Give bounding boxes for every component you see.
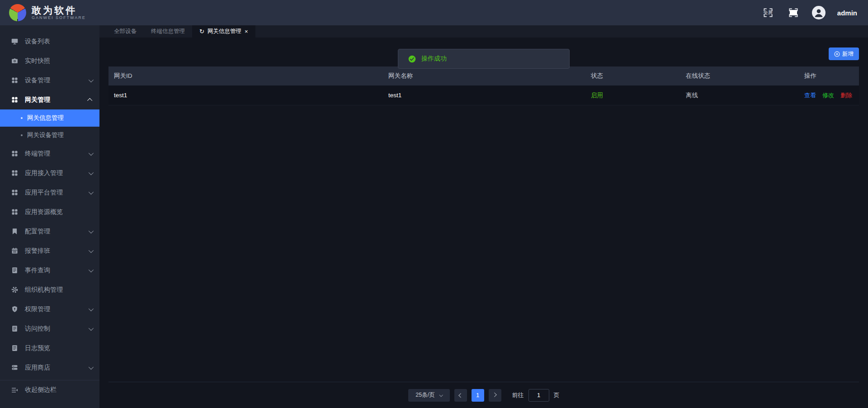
tab-label: 全部设备 [114, 28, 137, 35]
chevron-down-icon [89, 306, 94, 311]
toast-message: 操作成功 [421, 55, 447, 63]
bullet-icon [21, 134, 23, 136]
fullscreen-label: 全屏 [761, 6, 775, 19]
chevron-down-icon [439, 393, 443, 397]
chevron-down-icon [89, 228, 94, 233]
column-header: 操作 [799, 72, 859, 80]
add-button[interactable]: 新增 [829, 47, 859, 60]
page-size-label: 25条/页 [415, 391, 434, 399]
chevron-down-icon [89, 247, 94, 252]
sidebar-item-12[interactable]: 组织机构管理 [0, 280, 99, 299]
sidebar-item-label: 配置管理 [25, 228, 89, 236]
close-icon[interactable]: × [245, 28, 248, 34]
add-button-label: 新增 [842, 50, 854, 58]
sidebar-item-14[interactable]: 访问控制 [0, 319, 99, 338]
sidebar-item-label: 权限管理 [25, 305, 89, 313]
column-header: 网关ID [108, 72, 383, 80]
column-header: 在线状态 [680, 72, 799, 80]
chevron-down-icon [89, 77, 94, 82]
exit-fullscreen-button[interactable] [787, 6, 800, 19]
circle-plus-icon [834, 51, 840, 57]
sidebar-item-label: 实时快照 [25, 57, 92, 65]
collapse-label: 收起侧边栏 [25, 386, 92, 394]
sidebar-item-2[interactable]: 实时快照 [0, 51, 99, 71]
tab-bar: 全部设备终端信息管理↻网关信息管理× [99, 25, 868, 38]
logo: 敢为软件 GANWEI SOFTWARE [9, 4, 86, 21]
goto-page-input[interactable] [528, 389, 549, 402]
success-toast: 操作成功 [398, 49, 570, 69]
sidebar-item-10[interactable]: 报警排班 [0, 241, 99, 261]
username[interactable]: admin [837, 9, 857, 17]
sidebar-item-7[interactable]: 应用平台管理 [0, 183, 99, 202]
gateway-table: 网关ID网关名称状态在线状态操作 test1test1启用离线查看修改删除 [108, 66, 859, 382]
column-header: 状态 [585, 72, 680, 80]
sidebar-item-9[interactable]: 配置管理 [0, 222, 99, 241]
page-number-button[interactable]: 1 [472, 389, 484, 402]
grid-icon [11, 96, 19, 104]
view-link[interactable]: 查看 [804, 91, 816, 100]
document-icon [11, 266, 19, 274]
next-page-button[interactable] [489, 389, 501, 402]
bullet-icon [21, 117, 23, 119]
sidebar-subitem[interactable]: 网关设备管理 [0, 127, 99, 144]
chevron-right-icon [492, 393, 497, 397]
sidebar-item-label: 应用接入管理 [25, 169, 89, 177]
sidebar-item-label: 报警排班 [25, 247, 89, 255]
avatar[interactable] [812, 6, 826, 19]
chevron-left-icon [458, 393, 463, 398]
tab-label: 终端信息管理 [151, 28, 185, 35]
sidebar-item-11[interactable]: 事件查询 [0, 261, 99, 280]
bookmark-icon [11, 228, 19, 235]
fullscreen-button[interactable]: 全屏 [761, 6, 775, 19]
grid-icon [11, 208, 19, 216]
gateway-name-cell: test1 [383, 92, 585, 99]
logo-title: 敢为软件 [32, 5, 86, 15]
sidebar-item-label: 终端管理 [25, 150, 89, 158]
sidebar-item-label: 网关管理 [25, 96, 89, 104]
sidebar-subitem[interactable]: 网关信息管理 [0, 109, 99, 127]
modify-link[interactable]: 修改 [822, 91, 834, 100]
document-icon [11, 344, 19, 352]
shield-icon [11, 305, 19, 313]
chevron-down-icon [89, 267, 94, 272]
store-icon [11, 364, 19, 371]
column-header: 网关名称 [383, 72, 585, 80]
grid-icon [11, 169, 19, 177]
sidebar-item-8[interactable]: 应用资源概览 [0, 202, 99, 222]
refresh-icon[interactable]: ↻ [199, 28, 204, 34]
sidebar-item-4[interactable]: 网关管理 [0, 90, 99, 109]
online-status-cell: 离线 [680, 91, 799, 100]
page-size-select[interactable]: 25条/页 [408, 389, 450, 402]
sidebar-item-label: 事件查询 [25, 266, 89, 275]
sidebar-item-1[interactable]: 设备列表 [0, 32, 99, 51]
tab-2[interactable]: 终端信息管理 [144, 25, 192, 38]
sidebar-item-label: 设备列表 [25, 38, 92, 46]
sidebar-item-6[interactable]: 应用接入管理 [0, 163, 99, 183]
status-cell: 启用 [585, 91, 680, 100]
sidebar-item-16[interactable]: 应用商店 [0, 358, 99, 377]
tab-1[interactable]: 全部设备 [107, 25, 144, 38]
actions-cell: 查看修改删除 [799, 91, 859, 100]
delete-link[interactable]: 删除 [840, 91, 852, 100]
collapse-sidebar-button[interactable]: 收起侧边栏 [0, 380, 99, 399]
sidebar-item-15[interactable]: 日志预览 [0, 338, 99, 358]
prev-page-button[interactable] [454, 389, 467, 402]
content-area: 操作成功 新增 网关ID网关名称状态在线状态操作 test1test1启用离线查… [99, 38, 868, 408]
table-row: test1test1启用离线查看修改删除 [108, 85, 859, 105]
table-header-row: 网关ID网关名称状态在线状态操作 [108, 66, 859, 85]
tab-label: 网关信息管理 [208, 28, 241, 35]
page-suffix-label: 页 [554, 391, 560, 399]
chevron-down-icon [89, 170, 94, 175]
sidebar-item-label: 应用平台管理 [25, 189, 89, 197]
person-icon [813, 7, 825, 19]
sidebar-item-label: 应用商店 [25, 364, 89, 372]
collapse-sidebar-icon [11, 386, 19, 394]
chevron-down-icon [89, 325, 94, 330]
app-header: 敢为软件 GANWEI SOFTWARE 全屏 admin [0, 0, 868, 25]
tab-3[interactable]: ↻网关信息管理× [192, 25, 255, 38]
sidebar-item-3[interactable]: 设备管理 [0, 71, 99, 90]
sidebar-item-5[interactable]: 终端管理 [0, 144, 99, 163]
sidebar-item-13[interactable]: 权限管理 [0, 299, 99, 319]
sidebar-item-label: 组织机构管理 [25, 286, 92, 294]
goto-label: 前往 [512, 391, 524, 399]
